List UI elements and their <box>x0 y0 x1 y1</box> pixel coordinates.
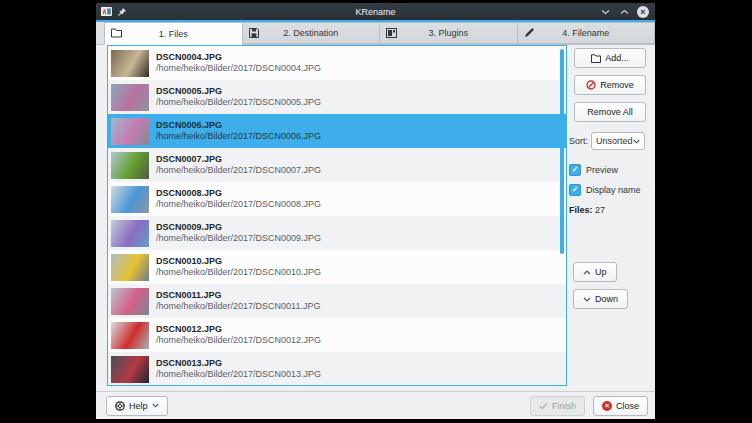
up-button[interactable]: Up <box>573 262 617 282</box>
display-name-checkbox-label: Display name <box>586 185 641 195</box>
titlebar[interactable]: KRename × <box>96 3 655 22</box>
chevron-down-icon <box>152 403 159 408</box>
tab-destination[interactable]: 2. Destination <box>243 22 381 44</box>
close-button-label: Close <box>616 401 639 411</box>
file-name: DSCN0004.JPG <box>156 52 321 63</box>
file-name: DSCN0011.JPG <box>156 290 320 301</box>
remove-button-label: Remove <box>600 80 634 90</box>
tab-label: 2. Destination <box>283 28 338 38</box>
file-name: DSCN0013.JPG <box>156 358 321 369</box>
add-button[interactable]: Add... <box>574 48 646 68</box>
file-thumbnail <box>111 152 149 179</box>
tab-label: 4. Filename <box>562 28 609 38</box>
file-row[interactable]: DSCN0010.JPG /home/heiko/Bilder/2017/DSC… <box>108 250 566 284</box>
display-name-checkbox[interactable]: ✓ <box>569 184 581 196</box>
file-name: DSCN0007.JPG <box>156 154 321 165</box>
tab-label: 1. Files <box>159 29 188 39</box>
close-button[interactable]: × Close <box>593 396 648 416</box>
file-path: /home/heiko/Bilder/2017/DSCN0009.JPG <box>156 233 321 244</box>
tab-bar: 1. Files 2. Destination 3. Plugins 4. Fi… <box>96 22 655 45</box>
help-button[interactable]: Help <box>106 396 168 416</box>
files-count-value: 27 <box>595 205 605 215</box>
file-list[interactable]: DSCN0004.JPG /home/heiko/Bilder/2017/DSC… <box>107 45 567 386</box>
file-thumbnail <box>111 254 149 281</box>
file-row[interactable]: DSCN0009.JPG /home/heiko/Bilder/2017/DSC… <box>108 216 566 250</box>
app-icon <box>101 6 112 17</box>
file-thumbnail <box>111 50 149 77</box>
tab-plugins[interactable]: 3. Plugins <box>380 22 518 44</box>
file-thumbnail <box>111 288 149 315</box>
file-thumbnail <box>111 186 149 213</box>
plugin-icon <box>386 28 397 38</box>
remove-all-button[interactable]: Remove All <box>574 102 646 122</box>
file-row[interactable]: DSCN0005.JPG /home/heiko/Bilder/2017/DSC… <box>108 80 566 114</box>
file-row[interactable]: DSCN0011.JPG /home/heiko/Bilder/2017/DSC… <box>108 284 566 318</box>
sort-dropdown-value: Unsorted <box>596 136 633 146</box>
help-icon <box>115 401 125 411</box>
file-path: /home/heiko/Bilder/2017/DSCN0004.JPG <box>156 63 321 74</box>
sidebar: Add... Remove Remove All Sort: Unsorted … <box>569 45 648 386</box>
file-thumbnail <box>111 356 149 383</box>
files-count-label: Files: <box>569 205 593 215</box>
file-thumbnail <box>111 220 149 247</box>
preview-checkbox[interactable]: ✓ <box>569 164 581 176</box>
remove-button[interactable]: Remove <box>574 75 646 95</box>
pin-icon[interactable] <box>117 7 127 17</box>
down-button-label: Down <box>595 294 618 304</box>
chevron-down-icon <box>633 139 640 144</box>
pen-icon <box>524 28 534 38</box>
sort-label: Sort: <box>569 136 588 146</box>
file-thumbnail <box>111 84 149 111</box>
chevron-up-icon <box>583 270 591 275</box>
file-name: DSCN0010.JPG <box>156 256 321 267</box>
file-path: /home/heiko/Bilder/2017/DSCN0005.JPG <box>156 97 321 108</box>
window-title: KRename <box>96 7 655 17</box>
finish-button[interactable]: Finish <box>530 396 585 416</box>
down-button[interactable]: Down <box>573 289 628 309</box>
file-path: /home/heiko/Bilder/2017/DSCN0006.JPG <box>156 131 321 142</box>
maximize-icon[interactable] <box>618 6 630 18</box>
save-icon <box>249 28 259 38</box>
file-path: /home/heiko/Bilder/2017/DSCN0013.JPG <box>156 369 321 380</box>
minimize-icon[interactable] <box>599 6 611 18</box>
file-name: DSCN0008.JPG <box>156 188 321 199</box>
close-icon[interactable]: × <box>637 6 649 18</box>
tab-label: 3. Plugins <box>428 28 468 38</box>
preview-checkbox-row[interactable]: ✓ Preview <box>569 164 648 176</box>
chevron-down-icon <box>583 297 591 302</box>
sort-dropdown[interactable]: Unsorted <box>591 132 645 150</box>
file-name: DSCN0009.JPG <box>156 222 321 233</box>
display-name-checkbox-row[interactable]: ✓ Display name <box>569 184 648 196</box>
file-row[interactable]: DSCN0004.JPG /home/heiko/Bilder/2017/DSC… <box>108 46 566 80</box>
file-row[interactable]: DSCN0006.JPG /home/heiko/Bilder/2017/DSC… <box>108 114 566 148</box>
tab-filename[interactable]: 4. Filename <box>518 22 656 44</box>
check-icon <box>539 402 548 410</box>
add-button-label: Add... <box>605 53 629 63</box>
file-path: /home/heiko/Bilder/2017/DSCN0008.JPG <box>156 199 321 210</box>
remove-all-button-label: Remove All <box>587 107 633 117</box>
close-circle-icon: × <box>602 401 612 411</box>
file-row[interactable]: DSCN0012.JPG /home/heiko/Bilder/2017/DSC… <box>108 318 566 352</box>
finish-button-label: Finish <box>552 401 576 411</box>
file-row[interactable]: DSCN0007.JPG /home/heiko/Bilder/2017/DSC… <box>108 148 566 182</box>
file-name: DSCN0005.JPG <box>156 86 321 97</box>
files-count: Files: 27 <box>569 205 648 215</box>
tab-files[interactable]: 1. Files <box>104 22 243 45</box>
remove-icon <box>586 80 596 90</box>
folder-icon <box>111 28 122 38</box>
file-name: DSCN0006.JPG <box>156 120 321 131</box>
file-thumbnail <box>111 118 149 145</box>
file-name: DSCN0012.JPG <box>156 324 321 335</box>
footer-bar: Help Finish × Close <box>96 391 655 419</box>
file-row[interactable]: DSCN0008.JPG /home/heiko/Bilder/2017/DSC… <box>108 182 566 216</box>
file-row[interactable]: DSCN0013.JPG /home/heiko/Bilder/2017/DSC… <box>108 352 566 386</box>
folder-add-icon <box>591 54 601 63</box>
up-button-label: Up <box>595 267 607 277</box>
file-path: /home/heiko/Bilder/2017/DSCN0011.JPG <box>156 301 320 312</box>
file-thumbnail <box>111 322 149 349</box>
preview-checkbox-label: Preview <box>586 165 618 175</box>
file-path: /home/heiko/Bilder/2017/DSCN0012.JPG <box>156 335 321 346</box>
help-button-label: Help <box>129 401 148 411</box>
vertical-scrollbar[interactable] <box>560 49 564 254</box>
file-path: /home/heiko/Bilder/2017/DSCN0007.JPG <box>156 165 321 176</box>
